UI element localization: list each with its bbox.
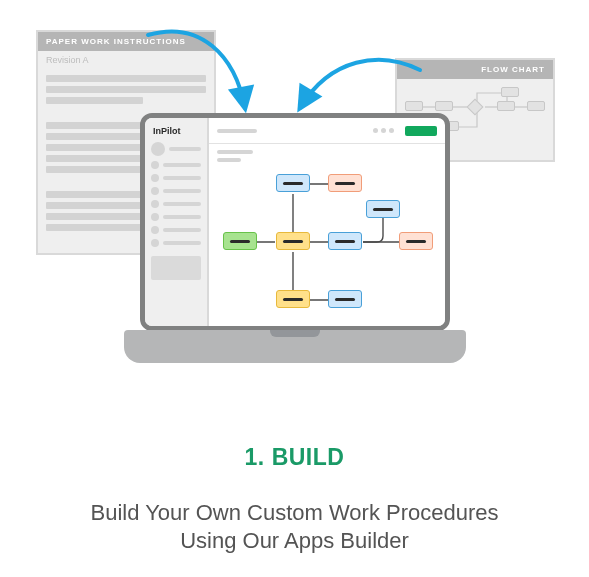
mini-node [501,87,519,97]
step-description: Build Your Own Custom Work Procedures Us… [40,499,549,554]
laptop-screen: InPilot [140,113,450,331]
laptop-illustration: InPilot [124,113,466,363]
workflow-node [366,200,400,218]
bullet-icon [151,187,159,195]
sidebar-item [151,161,201,169]
doc-line [46,86,206,93]
flow-chart-title: FLOW CHART [397,60,553,79]
workflow-node [328,232,362,250]
bullet-icon [151,226,159,234]
bullet-icon [151,174,159,182]
doc-line [46,97,143,104]
workflow-node [276,290,310,308]
toolbar-placeholder [217,129,257,133]
mini-node [435,101,453,111]
bullet-icon [151,239,159,247]
workflow-node [399,232,433,250]
step-description-line1: Build Your Own Custom Work Procedures [91,500,499,525]
toolbar-action-button [405,126,437,136]
doc-line [46,75,206,82]
workflow-canvas [209,144,445,326]
workflow-node [328,174,362,192]
sidebar-item [151,200,201,208]
workflow-node [328,290,362,308]
bullet-icon [151,200,159,208]
workflow-node [276,232,310,250]
sidebar-item [151,226,201,234]
mini-node [405,101,423,111]
illustration-stage: PAPER WORK INSTRUCTIONS Revision A FLOW … [0,0,589,400]
mini-node [527,101,545,111]
mini-node [497,101,515,111]
bullet-icon [151,161,159,169]
workflow-node [276,174,310,192]
workflow-node [223,232,257,250]
paper-doc-revision: Revision A [38,51,214,71]
sidebar-item [151,187,201,195]
app-builder-ui: InPilot [145,118,445,326]
app-main [209,118,445,326]
sidebar-block [151,256,201,280]
step-title: 1. BUILD [40,444,549,471]
sidebar-profile [151,142,201,156]
laptop-base [124,330,466,363]
bullet-icon [151,213,159,221]
step-description-line2: Using Our Apps Builder [180,528,409,553]
app-toolbar [209,118,445,144]
laptop-notch [270,330,320,337]
sidebar-item [151,213,201,221]
profile-name-placeholder [169,147,201,151]
avatar-icon [151,142,165,156]
paper-doc-title: PAPER WORK INSTRUCTIONS [38,32,214,51]
toolbar-menu-dots-icon [373,128,400,133]
text-section: 1. BUILD Build Your Own Custom Work Proc… [0,400,589,554]
app-sidebar: InPilot [145,118,209,326]
sidebar-item [151,239,201,247]
sidebar-item [151,174,201,182]
app-brand: InPilot [151,124,201,137]
